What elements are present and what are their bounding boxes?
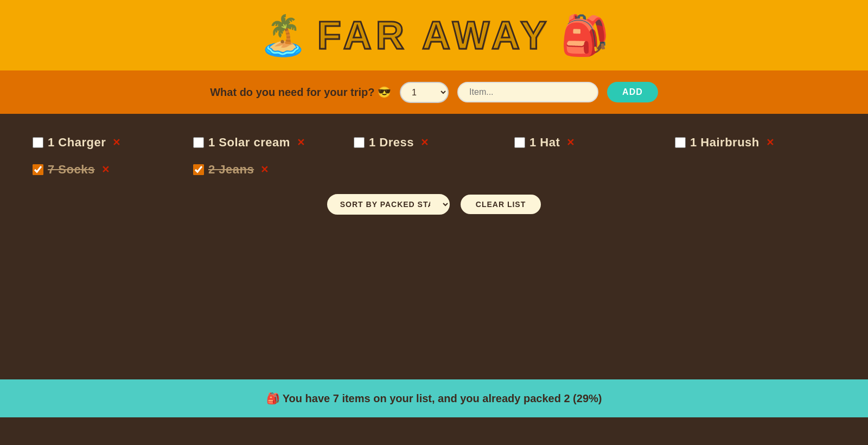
- items-grid: 1 Charger✕1 Solar cream✕1 Dress✕1 Hat✕1 …: [33, 136, 835, 177]
- add-item-bar: What do you need for your trip? 😎 123456…: [0, 70, 868, 114]
- item-input[interactable]: [457, 82, 598, 102]
- item-label: 1 Hairbrush: [690, 136, 760, 150]
- app-header: 🏝️ FAR AWAY 🎒: [0, 0, 868, 70]
- delete-item-button[interactable]: ✕: [764, 138, 776, 147]
- list-item: 1 Solar cream✕: [193, 136, 354, 150]
- main-content: 1 Charger✕1 Solar cream✕1 Dress✕1 Hat✕1 …: [0, 114, 868, 379]
- item-checkbox[interactable]: [193, 164, 204, 175]
- sort-select[interactable]: SORT BY INPUT ORDERSORT BY DESCRIPTIONSO…: [326, 193, 451, 216]
- status-emoji: 🎒: [266, 392, 283, 404]
- item-checkbox[interactable]: [193, 137, 204, 148]
- item-label: 2 Jeans: [208, 163, 254, 177]
- item-label: 7 Socks: [48, 163, 95, 177]
- subheader-emoji: 😎: [378, 86, 391, 98]
- item-checkbox[interactable]: [33, 137, 43, 148]
- delete-item-button[interactable]: ✕: [418, 138, 431, 147]
- delete-item-button[interactable]: ✕: [564, 138, 577, 147]
- status-footer: 🎒 You have 7 items on your list, and you…: [0, 379, 868, 417]
- backpack-icon: 🎒: [560, 12, 609, 59]
- item-label: 1 Dress: [369, 136, 414, 150]
- clear-list-button[interactable]: CLEAR LIST: [459, 194, 542, 215]
- item-checkbox[interactable]: [514, 137, 525, 148]
- app-title: FAR AWAY: [317, 13, 551, 57]
- add-button[interactable]: ADD: [607, 82, 658, 102]
- item-checkbox[interactable]: [33, 164, 43, 175]
- delete-item-button[interactable]: ✕: [110, 138, 123, 147]
- palm-icon: 🏝️: [259, 12, 308, 59]
- list-item: 2 Jeans✕: [193, 163, 354, 177]
- status-text: 🎒 You have 7 items on your list, and you…: [266, 392, 602, 405]
- status-message: You have 7 items on your list, and you a…: [283, 392, 602, 404]
- quantity-select[interactable]: 1234567891011121314151617181920: [400, 82, 449, 103]
- item-checkbox[interactable]: [675, 137, 686, 148]
- item-label: 1 Charger: [48, 136, 106, 150]
- list-item: 1 Dress✕: [354, 136, 514, 150]
- subheader-label-text: What do you need for your trip?: [210, 86, 374, 98]
- list-item: 1 Hat✕: [514, 136, 675, 150]
- delete-item-button[interactable]: ✕: [99, 165, 112, 175]
- list-item: 7 Socks✕: [33, 163, 193, 177]
- footer-controls: SORT BY INPUT ORDERSORT BY DESCRIPTIONSO…: [33, 177, 835, 232]
- list-item: 1 Hairbrush✕: [675, 136, 835, 150]
- delete-item-button[interactable]: ✕: [295, 138, 307, 147]
- subheader-label: What do you need for your trip? 😎: [210, 86, 391, 99]
- item-checkbox[interactable]: [354, 137, 365, 148]
- item-label: 1 Hat: [529, 136, 560, 150]
- item-label: 1 Solar cream: [208, 136, 290, 150]
- list-item: 1 Charger✕: [33, 136, 193, 150]
- delete-item-button[interactable]: ✕: [258, 165, 271, 175]
